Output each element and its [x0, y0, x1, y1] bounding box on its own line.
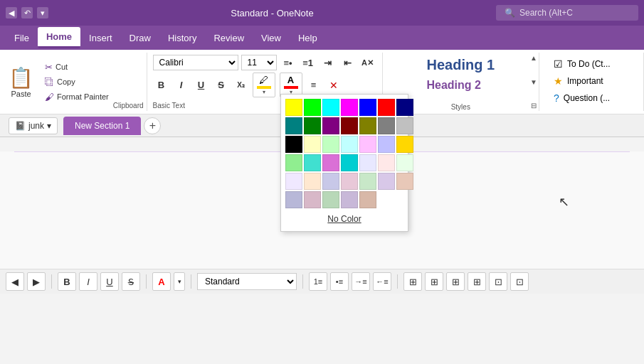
- color-cell[interactable]: [304, 117, 321, 134]
- color-cell[interactable]: [359, 136, 376, 153]
- highlight-color-button[interactable]: 🖊 ▾: [253, 73, 275, 97]
- color-cell[interactable]: [396, 173, 413, 190]
- table-btn-4[interactable]: ⊞: [468, 272, 486, 291]
- section-tab[interactable]: New Section 1: [63, 117, 141, 135]
- color-cell[interactable]: [304, 136, 321, 153]
- bold-button[interactable]: B: [153, 77, 170, 94]
- bottom-font-color-button[interactable]: A: [152, 272, 171, 291]
- bottom-bullet-list-button[interactable]: •≡: [330, 272, 349, 291]
- bottom-numbered-list-button[interactable]: 1≡: [309, 272, 327, 291]
- menu-home[interactable]: Home: [38, 27, 80, 48]
- question-button[interactable]: ? Question (...: [551, 91, 632, 105]
- color-cell[interactable]: [359, 99, 376, 116]
- color-cell[interactable]: [378, 117, 395, 134]
- table-btn-5[interactable]: ⊡: [489, 272, 507, 291]
- color-cell[interactable]: [341, 136, 358, 153]
- color-cell[interactable]: [341, 191, 358, 208]
- color-cell[interactable]: [341, 154, 358, 171]
- scroll-down-arrow[interactable]: ▼: [530, 78, 537, 86]
- menu-file[interactable]: File: [6, 28, 38, 48]
- bottom-redo-button[interactable]: ▶: [27, 272, 46, 291]
- color-cell[interactable]: [285, 117, 302, 134]
- color-cell[interactable]: [322, 117, 339, 134]
- color-cell[interactable]: [322, 136, 339, 153]
- heading2-style[interactable]: Heading 2: [423, 77, 497, 93]
- bottom-indent-button[interactable]: →≡: [352, 272, 370, 291]
- bottom-italic-button[interactable]: I: [79, 272, 97, 291]
- menu-history[interactable]: History: [159, 28, 205, 48]
- undo-button[interactable]: ↶: [21, 7, 33, 18]
- strikethrough-button[interactable]: S: [213, 77, 230, 94]
- color-cell[interactable]: [378, 173, 395, 190]
- heading1-style[interactable]: Heading 1: [423, 55, 497, 75]
- color-cell[interactable]: [322, 173, 339, 190]
- subscript-button[interactable]: X₂: [233, 77, 250, 94]
- todo-button[interactable]: ☑ To Do (Ct...: [551, 57, 632, 71]
- no-color-button[interactable]: No Color: [285, 211, 403, 227]
- scroll-expand-arrow[interactable]: ⊟: [531, 102, 537, 109]
- color-cell[interactable]: [322, 99, 339, 116]
- close-format-button[interactable]: ✕: [325, 77, 342, 94]
- bullet-list-button[interactable]: ≡•: [280, 54, 297, 71]
- color-cell[interactable]: [396, 136, 413, 153]
- align-button[interactable]: ≡: [305, 77, 322, 94]
- color-cell[interactable]: [304, 99, 321, 116]
- color-cell[interactable]: [341, 117, 358, 134]
- color-cell[interactable]: [304, 173, 321, 190]
- color-cell[interactable]: [322, 191, 339, 208]
- search-bar[interactable]: 🔍 Search (Alt+C: [496, 5, 638, 21]
- color-cell[interactable]: [285, 154, 302, 171]
- format-painter-button[interactable]: 🖌 Format Painter: [41, 90, 113, 104]
- bottom-outdent-button[interactable]: ←≡: [373, 272, 391, 291]
- color-cell[interactable]: [378, 154, 395, 171]
- font-size-select[interactable]: 11 12 14 16: [241, 55, 277, 70]
- table-btn-6[interactable]: ⊡: [510, 272, 529, 291]
- color-cell[interactable]: [359, 173, 376, 190]
- important-button[interactable]: ★ Important: [551, 74, 632, 88]
- table-btn-3[interactable]: ⊞: [446, 272, 465, 291]
- color-cell[interactable]: [322, 154, 339, 171]
- color-cell[interactable]: [359, 154, 376, 171]
- color-cell[interactable]: [341, 173, 358, 190]
- menu-help[interactable]: Help: [290, 28, 326, 48]
- color-cell[interactable]: [396, 154, 413, 171]
- notebook-button[interactable]: 📓 junk ▾: [9, 117, 58, 134]
- font-family-select[interactable]: Calibri Arial Times New Roman: [153, 55, 238, 70]
- color-cell[interactable]: [341, 99, 358, 116]
- color-cell[interactable]: [285, 191, 302, 208]
- numbered-list-button[interactable]: ≡1: [300, 54, 317, 71]
- cut-button[interactable]: ✂ Cut: [41, 60, 113, 74]
- color-cell[interactable]: [285, 173, 302, 190]
- indent-increase-button[interactable]: ⇥: [320, 54, 337, 71]
- bottom-underline-button[interactable]: U: [100, 272, 119, 291]
- color-cell[interactable]: [396, 117, 413, 134]
- menu-review[interactable]: Review: [205, 28, 253, 48]
- menu-insert[interactable]: Insert: [80, 28, 121, 48]
- color-cell[interactable]: [285, 99, 302, 116]
- color-cell[interactable]: [304, 154, 321, 171]
- copy-button[interactable]: ⿻ Copy: [41, 75, 113, 89]
- bottom-bold-button[interactable]: B: [58, 272, 76, 291]
- color-cell[interactable]: [304, 191, 321, 208]
- style-dropdown[interactable]: Standard Heading 1 Heading 2: [197, 273, 297, 290]
- indent-decrease-button[interactable]: ⇤: [339, 54, 357, 71]
- color-cell[interactable]: [359, 191, 376, 208]
- menu-view[interactable]: View: [253, 28, 290, 48]
- add-section-button[interactable]: +: [144, 117, 161, 134]
- color-cell[interactable]: [396, 99, 413, 116]
- color-cell[interactable]: [378, 99, 395, 116]
- table-btn-2[interactable]: ⊞: [425, 272, 443, 291]
- color-cell[interactable]: [359, 117, 376, 134]
- color-cell[interactable]: [285, 136, 302, 153]
- bottom-font-color-arrow[interactable]: ▾: [174, 272, 185, 291]
- back-button[interactable]: ◀: [6, 7, 17, 18]
- table-btn-1[interactable]: ⊞: [403, 272, 422, 291]
- paste-button[interactable]: 📋 Paste: [3, 54, 39, 109]
- underline-button[interactable]: U: [193, 77, 210, 94]
- color-cell[interactable]: [378, 136, 395, 153]
- italic-button[interactable]: I: [173, 77, 190, 94]
- menu-draw[interactable]: Draw: [121, 28, 159, 48]
- bottom-strikethrough-button[interactable]: S̶: [122, 272, 140, 291]
- scroll-up-arrow[interactable]: ▲: [530, 54, 537, 62]
- clear-format-button[interactable]: A✕: [359, 54, 376, 71]
